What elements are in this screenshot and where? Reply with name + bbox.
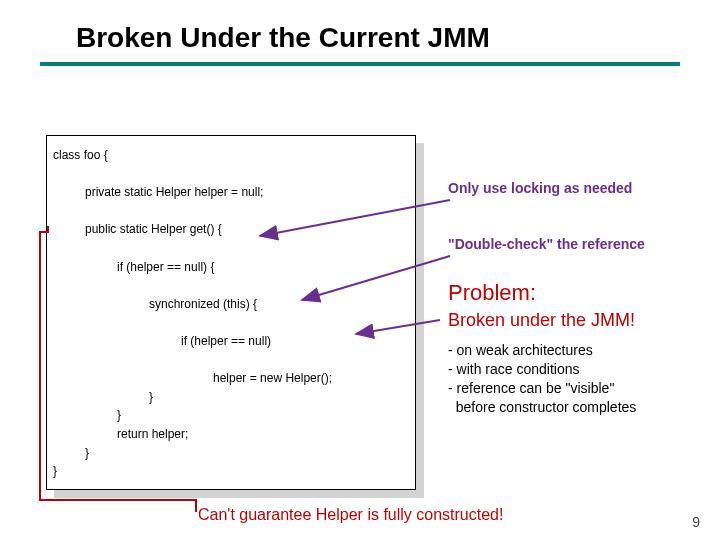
bullet-item: - on weak architectures [448, 341, 718, 360]
code-box: class foo { private static Helper helper… [46, 135, 416, 490]
code-line [53, 202, 409, 221]
annotation-locking: Only use locking as needed [448, 180, 718, 196]
bullet-item: before constructor completes [448, 398, 718, 417]
code-line: synchronized (this) { [53, 295, 409, 314]
problem-heading: Problem: [448, 280, 718, 306]
bullet-item: - reference can be "visible" [448, 379, 718, 398]
code-line: public static Helper get() { [53, 220, 409, 239]
code-line [53, 276, 409, 295]
annotations-panel: Only use locking as needed "Double-check… [448, 180, 718, 417]
title-underline [40, 62, 680, 66]
code-line: if (helper == null) [53, 332, 409, 351]
problem-sub: Broken under the JMM! [448, 310, 718, 331]
code-line [53, 351, 409, 370]
code-line [53, 313, 409, 332]
code-line: } [53, 462, 409, 481]
code-line: } [53, 444, 409, 463]
page-number: 9 [692, 514, 700, 530]
code-line: class foo { [53, 146, 409, 165]
code-line: if (helper == null) { [53, 258, 409, 277]
code-line: private static Helper helper = null; [53, 183, 409, 202]
code-line [53, 165, 409, 184]
code-line: } [53, 388, 409, 407]
code-line: } [53, 406, 409, 425]
code-line: helper = new Helper(); [53, 369, 409, 388]
code-line: return helper; [53, 425, 409, 444]
code-line [53, 239, 409, 258]
bullet-item: - with race conditions [448, 360, 718, 379]
annotation-doublecheck: "Double-check" the reference [448, 236, 718, 252]
problem-bullets: - on weak architectures - with race cond… [448, 341, 718, 417]
footnote-text: Can't guarantee Helper is fully construc… [198, 506, 503, 524]
slide-title: Broken Under the Current JMM [0, 0, 720, 62]
